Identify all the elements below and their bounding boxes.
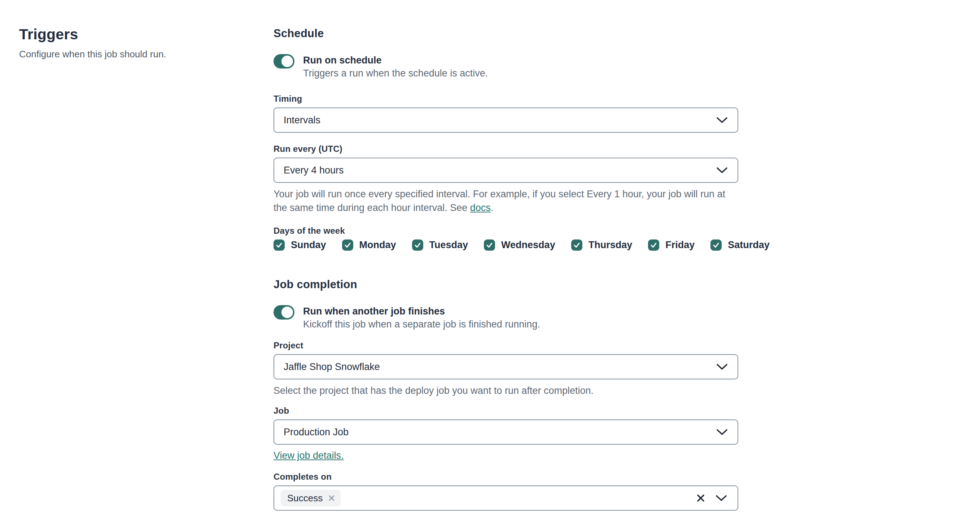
run-every-select[interactable]: Every 4 hours	[274, 158, 738, 183]
day-item-monday: Monday	[342, 239, 396, 251]
multiselect-controls	[697, 494, 727, 503]
checkmark-icon	[414, 242, 421, 249]
success-tag-text: Success	[287, 493, 323, 504]
chevron-down-icon	[717, 167, 727, 173]
project-help-text: Select the project that has the deploy j…	[274, 384, 732, 398]
checkbox-thursday[interactable]	[571, 239, 582, 251]
day-label: Tuesday	[430, 239, 468, 251]
day-label: Sunday	[291, 239, 326, 251]
job-label: Job	[274, 405, 738, 416]
day-label: Monday	[360, 239, 396, 251]
run-every-select-value: Every 4 hours	[283, 165, 344, 176]
project-field-group: Project Jaffle Shop Snowflake Select the…	[274, 340, 738, 398]
run-every-help-text: Your job will run once every specified i…	[274, 187, 732, 215]
checkbox-monday[interactable]	[342, 239, 353, 251]
job-field-group: Job Production Job View job details.	[274, 405, 738, 462]
job-select-value: Production Job	[283, 427, 348, 438]
chevron-down-icon	[717, 429, 727, 435]
run-on-schedule-toggle[interactable]	[274, 54, 294, 68]
day-label: Saturday	[728, 239, 770, 251]
timing-label: Timing	[274, 94, 738, 104]
day-label: Friday	[665, 239, 695, 251]
run-when-another-job-finishes-toggle[interactable]	[274, 305, 294, 320]
checkbox-saturday[interactable]	[711, 239, 722, 251]
run-when-another-job-finishes-row: Run when another job finishes Kickoff th…	[274, 305, 738, 331]
toggle-knob	[282, 306, 293, 318]
day-item-thursday: Thursday	[571, 239, 633, 251]
completes-on-label: Completes on	[274, 471, 738, 482]
checkbox-friday[interactable]	[648, 239, 659, 251]
run-when-another-job-finishes-description: Kickoff this job when a separate job is …	[303, 318, 540, 331]
checkbox-sunday[interactable]	[274, 239, 285, 251]
run-every-label: Run every (UTC)	[274, 144, 738, 154]
day-item-saturday: Saturday	[711, 239, 770, 251]
checkmark-icon	[650, 242, 657, 249]
schedule-section: Schedule Run on schedule Triggers a run …	[274, 27, 738, 251]
checkbox-wednesday[interactable]	[484, 239, 495, 251]
completes-on-multiselect[interactable]: Success	[274, 485, 738, 511]
schedule-heading: Schedule	[274, 27, 738, 40]
checkmark-icon	[713, 242, 719, 249]
job-completion-heading: Job completion	[274, 278, 738, 291]
timing-field-group: Timing Intervals	[274, 94, 738, 133]
page-title: Triggers	[19, 26, 250, 43]
day-label: Wednesday	[501, 239, 555, 251]
clear-selection-icon[interactable]	[697, 494, 705, 503]
run-on-schedule-label: Run on schedule	[303, 54, 488, 67]
run-when-another-job-finishes-label: Run when another job finishes	[303, 305, 540, 318]
toggle-text: Run on schedule Triggers a run when the …	[303, 54, 488, 80]
chevron-down-icon[interactable]	[716, 495, 727, 501]
triggers-sidebar: Triggers Configure when this job should …	[19, 26, 250, 60]
view-job-details-row: View job details.	[274, 449, 738, 462]
day-label: Thursday	[589, 239, 633, 251]
day-item-sunday: Sunday	[274, 239, 326, 251]
days-of-week-label: Days of the week	[274, 225, 738, 236]
project-label: Project	[274, 340, 738, 350]
completes-on-field-group: Completes on Success	[274, 471, 738, 511]
checkmark-icon	[573, 242, 580, 249]
job-select[interactable]: Production Job	[274, 419, 738, 445]
checkmark-icon	[486, 242, 493, 249]
docs-link[interactable]: docs	[470, 202, 491, 213]
days-of-week-row: Sunday Monday Tuesday Wednesday Thursday	[274, 239, 738, 251]
day-item-wednesday: Wednesday	[484, 239, 555, 251]
project-select[interactable]: Jaffle Shop Snowflake	[274, 354, 738, 379]
help-text-part: Your job will run once every specified i…	[274, 189, 725, 213]
remove-tag-icon[interactable]	[328, 495, 335, 501]
help-text-part: .	[491, 202, 493, 213]
checkmark-icon	[276, 242, 283, 249]
day-item-tuesday: Tuesday	[412, 239, 468, 251]
triggers-settings-panel: Schedule Run on schedule Triggers a run …	[274, 27, 738, 511]
timing-select[interactable]: Intervals	[274, 108, 738, 133]
success-tag: Success	[281, 490, 340, 506]
days-of-week-group: Days of the week Sunday Monday Tuesday W…	[274, 225, 738, 251]
toggle-text: Run when another job finishes Kickoff th…	[303, 305, 540, 331]
run-every-field-group: Run every (UTC) Every 4 hours Your job w…	[274, 144, 738, 215]
page-subtitle: Configure when this job should run.	[19, 49, 250, 60]
project-select-value: Jaffle Shop Snowflake	[283, 362, 380, 373]
checkmark-icon	[344, 242, 351, 249]
run-on-schedule-row: Run on schedule Triggers a run when the …	[274, 54, 738, 80]
toggle-knob	[282, 55, 293, 67]
chevron-down-icon	[717, 117, 727, 123]
job-completion-section: Job completion Run when another job fini…	[274, 278, 738, 511]
view-job-details-link[interactable]: View job details.	[274, 450, 344, 461]
timing-select-value: Intervals	[283, 115, 320, 126]
chevron-down-icon	[717, 364, 727, 370]
run-on-schedule-description: Triggers a run when the schedule is acti…	[303, 67, 488, 80]
day-item-friday: Friday	[648, 239, 695, 251]
checkbox-tuesday[interactable]	[412, 239, 423, 251]
